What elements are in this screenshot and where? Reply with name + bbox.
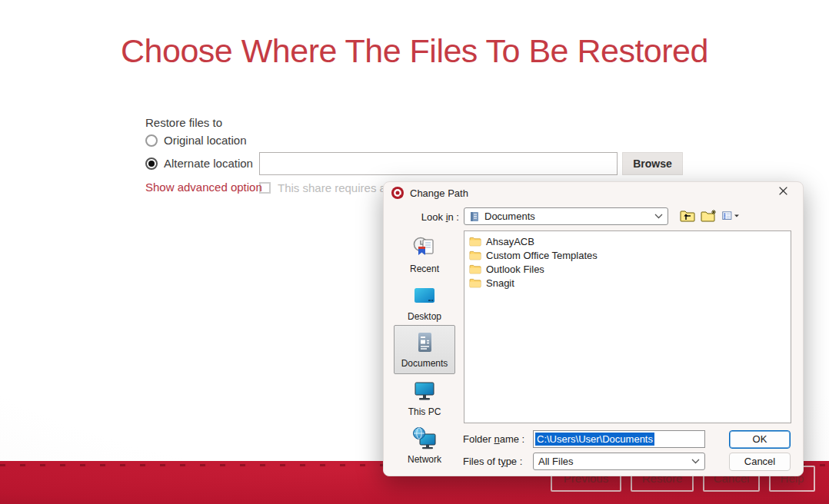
places-sidebar: Recent Desktop <box>393 231 456 471</box>
folder-name: AhsayACB <box>486 236 534 247</box>
folder-name: Outlook Files <box>486 264 544 275</box>
new-folder-icon <box>701 209 717 223</box>
folder-icon <box>469 250 481 260</box>
dialog-toolbar <box>679 208 739 224</box>
network-icon <box>412 426 437 451</box>
view-menu-button[interactable] <box>722 208 739 224</box>
sidebar-item-label: Network <box>393 454 456 465</box>
dialog-title: Change Path <box>410 187 468 199</box>
sidebar-item-label: This PC <box>393 406 456 417</box>
change-path-dialog: Change Path Look in : Documents <box>383 181 804 476</box>
file-row[interactable]: AhsayACB <box>466 234 789 248</box>
share-credentials-row: This share requires a <box>259 181 386 194</box>
sidebar-item-recent[interactable]: Recent <box>393 236 456 274</box>
chevron-down-icon <box>654 214 663 219</box>
ok-button[interactable]: OK <box>729 430 791 449</box>
folder-name-input[interactable]: C:\Users\User\Documents <box>533 430 705 448</box>
recent-icon <box>412 236 437 260</box>
look-in-dropdown[interactable]: Documents <box>464 207 668 225</box>
sidebar-item-this-pc[interactable]: This PC <box>393 379 456 417</box>
sidebar-item-network[interactable]: Network <box>393 426 456 465</box>
browse-button[interactable]: Browse <box>622 152 683 175</box>
file-row[interactable]: Outlook Files <box>466 262 789 276</box>
sidebar-item-desktop[interactable]: Desktop <box>393 284 456 322</box>
folder-icon <box>469 278 481 288</box>
app-window: Choose Where The Files To Be Restored Re… <box>0 0 829 504</box>
radio-original-label: Original location <box>164 134 247 147</box>
files-of-type-label: Files of type : <box>463 456 522 467</box>
file-list[interactable]: AhsayACB Custom Office Templates Outlook… <box>464 230 791 423</box>
sidebar-item-documents[interactable]: Documents <box>394 325 455 374</box>
folder-name: Custom Office Templates <box>486 250 598 261</box>
folder-name-value: C:\Users\User\Documents <box>535 433 654 446</box>
folder-name: Snagit <box>486 277 514 289</box>
radio-original[interactable] <box>145 134 158 147</box>
close-button[interactable] <box>778 186 794 200</box>
sidebar-item-label: Recent <box>393 264 456 274</box>
folder-icon <box>469 264 481 274</box>
alternate-path-input[interactable] <box>259 152 618 175</box>
view-menu-caret-icon <box>734 214 739 218</box>
share-credentials-label: This share requires a <box>278 181 386 194</box>
view-menu-icon <box>722 210 733 222</box>
documents-icon <box>412 330 437 355</box>
radio-alternate-label: Alternate location <box>164 157 253 170</box>
radio-alternate[interactable] <box>145 158 158 170</box>
restore-files-to-label: Restore files to <box>145 116 222 129</box>
look-in-value: Documents <box>484 211 650 222</box>
sidebar-item-label: Desktop <box>393 311 456 322</box>
sidebar-item-label: Documents <box>395 358 454 369</box>
close-icon <box>778 186 788 196</box>
page-title: Choose Where The Files To Be Restored <box>0 32 829 70</box>
file-row[interactable]: Custom Office Templates <box>466 248 789 262</box>
files-of-type-value: All Files <box>538 456 687 467</box>
folder-icon <box>469 237 481 247</box>
ahsay-logo-icon <box>391 187 404 199</box>
folder-name-label: Folder name : <box>463 433 524 445</box>
dialog-cancel-button[interactable]: Cancel <box>729 453 791 471</box>
dialog-titlebar[interactable]: Change Path <box>384 182 803 204</box>
look-in-label: Look in : <box>414 211 459 223</box>
file-row[interactable]: Snagit <box>466 276 789 290</box>
show-advanced-option-link[interactable]: Show advanced option <box>145 181 262 194</box>
new-folder-button[interactable] <box>701 208 717 224</box>
document-icon <box>469 211 480 222</box>
folder-up-icon <box>680 210 695 223</box>
files-of-type-dropdown[interactable]: All Files <box>533 453 705 470</box>
desktop-icon <box>412 284 437 308</box>
radio-row-original: Original location <box>145 134 247 147</box>
up-one-level-button[interactable] <box>679 208 696 224</box>
chevron-down-icon <box>691 459 700 464</box>
radio-row-alternate: Alternate location <box>145 157 253 170</box>
this-pc-icon <box>412 379 437 403</box>
